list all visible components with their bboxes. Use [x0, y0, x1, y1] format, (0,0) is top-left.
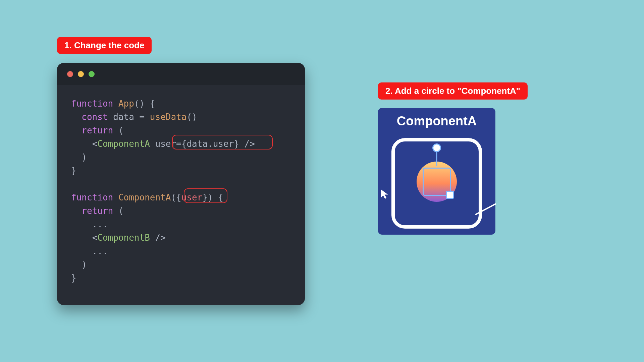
window-titlebar [57, 63, 305, 85]
cursor-icon [379, 188, 391, 200]
function-name-app: App [118, 99, 134, 109]
jsx-tag-componenta: ComponentA [97, 139, 150, 149]
keyword-const: const [82, 112, 108, 122]
selection-rect-icon[interactable] [423, 168, 451, 196]
param-user: user [181, 192, 203, 202]
function-name-componenta: ComponentA [118, 192, 171, 202]
code-editor-window: function App() { const data = useData() … [57, 63, 305, 305]
node-handle-icon[interactable] [432, 143, 441, 152]
minimize-icon[interactable] [78, 71, 84, 77]
jsx-tag-componentb: ComponentB [97, 233, 150, 243]
step-badge-1: 1. Change the code [57, 37, 152, 54]
connector-line-icon [436, 152, 437, 166]
close-icon[interactable] [67, 71, 73, 77]
maximize-icon[interactable] [89, 71, 95, 77]
component-card: ComponentA [378, 108, 495, 235]
component-title: ComponentA [397, 114, 477, 128]
step-badge-2: 2. Add a circle to "ComponentA" [378, 82, 528, 100]
code-block: function App() { const data = useData() … [57, 85, 305, 297]
keyword-return: return [82, 125, 113, 135]
component-canvas[interactable] [391, 138, 482, 229]
resize-handle-icon[interactable] [446, 191, 454, 199]
keyword-function: function [71, 99, 113, 109]
